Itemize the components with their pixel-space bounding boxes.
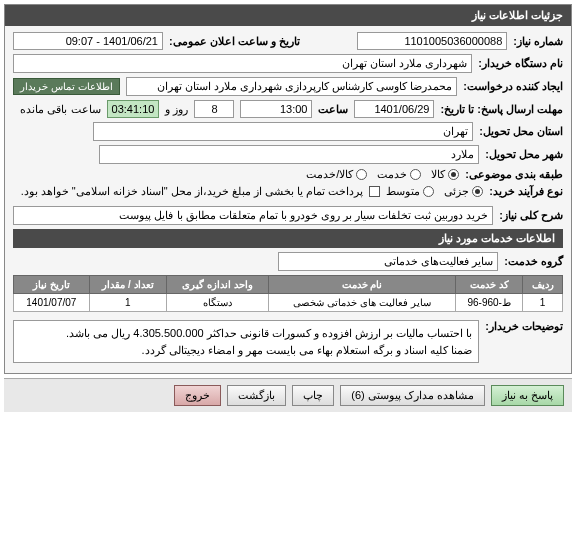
table-cell: 1 [89,294,166,312]
radio-partial[interactable]: جزئی [444,185,483,198]
table-header: نام خدمت [268,276,455,294]
time-label: ساعت [318,103,348,116]
announce-value: 1401/06/21 - 09:07 [13,32,163,50]
payment-checkbox[interactable] [369,186,380,197]
city-label: شهر محل تحویل [485,148,563,161]
table-cell: ط-960-96 [456,294,523,312]
radio-medium[interactable]: متوسط [386,185,434,198]
respond-button[interactable]: پاسخ به نیاز [491,385,564,406]
deadline-label: مهلت ارسال پاسخ: تا تاریخ [440,103,563,116]
deadline-date: 1401/06/29 [354,100,434,118]
table-cell: 1 [523,294,563,312]
radio-icon [448,169,459,180]
buyer-notes-box: با احتساب مالیات بر ارزش افزوده و کسورات… [13,320,479,363]
remain-suffix: ساعت باقی مانده [20,103,100,116]
table-header: ردیف [523,276,563,294]
announce-label: تاریخ و ساعت اعلان عمومی [169,35,300,48]
radio-icon [410,169,421,180]
table-header: کد خدمت [456,276,523,294]
days-value: 8 [194,100,234,118]
province-label: استان محل تحویل [479,125,563,138]
city-value: ملارد [99,145,479,164]
countdown-timer: 03:41:10 [107,100,160,118]
general-desc-value: خرید دوربین ثبت تخلفات سیار بر روی خودرو… [13,206,493,225]
services-header: اطلاعات خدمات مورد نیاز [13,229,563,248]
payment-note: پرداخت تمام یا بخشی از مبلغ خرید،از محل … [21,185,364,198]
contact-buyer-button[interactable]: اطلاعات تماس خریدار [13,78,120,95]
table-row: 1ط-960-96سایر فعالیت های خدماتی شخصیدستگ… [14,294,563,312]
radio-goods-service[interactable]: کالا/خدمت [306,168,367,181]
table-cell: سایر فعالیت های خدماتی شخصی [268,294,455,312]
radio-icon [356,169,367,180]
need-no-label: شماره نیاز [513,35,563,48]
table-cell: 1401/07/07 [14,294,90,312]
table-cell: دستگاه [166,294,268,312]
print-button[interactable]: چاپ [292,385,334,406]
service-group-value: سایر فعالیت‌های خدماتی [278,252,498,271]
general-desc-label: شرح کلی نیاز [499,209,563,222]
subject-type-radios: کالا خدمت کالا/خدمت [306,168,459,181]
process-label: نوع فرآیند خرید [489,185,563,198]
services-table: ردیفکد خدمتنام خدمتواحد اندازه گیریتعداد… [13,275,563,312]
back-button[interactable]: بازگشت [227,385,286,406]
table-header: واحد اندازه گیری [166,276,268,294]
buyer-notes-line: ضمنا کلیه اسناد و برگه استعلام بهاء می ب… [20,342,472,359]
buyer-value: شهرداری ملارد استان تهران [13,54,472,73]
buyer-label: نام دستگاه خریدار [478,57,563,70]
footer-toolbar: پاسخ به نیاز مشاهده مدارک پیوستی (6) چاپ… [4,378,572,412]
process-radios: جزئی متوسط [386,185,483,198]
table-header: تاریخ نیاز [14,276,90,294]
exit-button[interactable]: خروج [174,385,221,406]
radio-goods[interactable]: کالا [431,168,459,181]
requester-value: محمدرضا کاوسی کارشناس کارپردازی شهرداری … [126,77,458,96]
service-group-label: گروه خدمت [504,255,563,268]
days-suffix: روز و [165,103,188,116]
attachments-button[interactable]: مشاهده مدارک پیوستی (6) [340,385,485,406]
radio-service[interactable]: خدمت [377,168,421,181]
deadline-time: 13:00 [240,100,312,118]
province-value: تهران [93,122,473,141]
buyer-notes-line: با احتساب مالیات بر ارزش افزوده و کسورات… [20,325,472,342]
table-header: تعداد / مقدار [89,276,166,294]
radio-icon [423,186,434,197]
panel-title: جزئیات اطلاعات نیاز [5,5,571,26]
buyer-notes-label: توضیحات خریدار [485,320,563,333]
radio-icon [472,186,483,197]
subject-type-label: طبقه بندی موضوعی [465,168,563,181]
requester-label: ایجاد کننده درخواست [463,80,563,93]
need-no-value: 1101005036000088 [357,32,507,50]
